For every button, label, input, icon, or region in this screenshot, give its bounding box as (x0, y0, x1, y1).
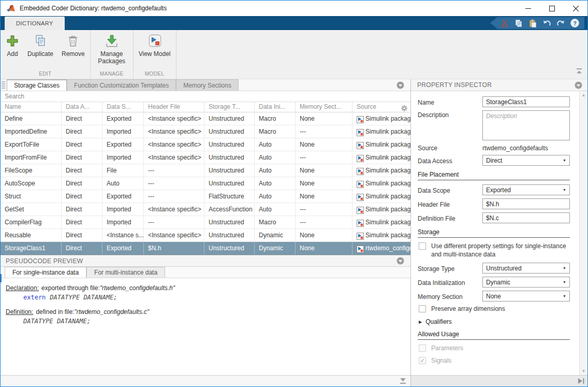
header-file-field[interactable] (482, 198, 570, 209)
cell-storage-type: AccessFunction (204, 203, 255, 216)
cell-storage-type: Unstructured (204, 138, 255, 151)
table-row[interactable]: Struct Direct Exported --- FlatStructure… (1, 190, 410, 203)
data-initialization-dropdown[interactable]: Dynamic ▼ (482, 277, 570, 288)
column-header-name[interactable]: Name (1, 102, 62, 112)
view-model-button[interactable]: View Model (139, 33, 171, 58)
cell-memory-section: --- (296, 125, 352, 138)
paste-icon[interactable] (528, 19, 537, 28)
cell-memory-section: None (296, 112, 352, 125)
table-row[interactable]: StorageClass1 Direct Exported $N.h Unstr… (1, 242, 410, 255)
parameters-checkbox (419, 345, 426, 352)
cell-data-access: Direct (62, 151, 102, 164)
simulink-model-icon (357, 232, 364, 239)
column-settings-gear-icon[interactable] (401, 104, 407, 113)
definition-code: DATATYPE DATANAME; (6, 318, 410, 325)
definition-file-label: Definition File (418, 214, 482, 222)
cell-source: Simulink package (352, 112, 410, 125)
table-row[interactable]: Define Direct Exported <Instance specifi… (1, 112, 410, 125)
tab-memory-sections[interactable]: Memory Sections (176, 79, 239, 91)
data-access-dropdown[interactable]: Direct ▼ (482, 155, 570, 166)
table-row[interactable]: GetSet Direct Imported <Instance specifi… (1, 203, 410, 216)
cell-data-access: Direct (62, 190, 102, 203)
scroll-down-icon[interactable]: ▼ (582, 369, 586, 374)
preserve-array-dimensions-label: Preserve array dimensions (431, 305, 505, 313)
remove-icon (67, 33, 79, 49)
drag-grip-icon[interactable] (1, 81, 6, 89)
collapse-inspector-icon[interactable] (575, 81, 582, 89)
cell-data-scope: Exported (102, 242, 144, 254)
definition-file-field[interactable] (482, 212, 570, 223)
column-header-data-access[interactable]: Data A... (62, 102, 102, 112)
cell-name: Define (1, 112, 62, 125)
simulink-model-icon (357, 115, 364, 122)
table-row[interactable]: ExportToFile Direct Exported <Instance s… (1, 138, 410, 151)
cell-data-init: Macro (255, 112, 296, 125)
redo-icon[interactable] (556, 19, 565, 28)
focus-accent (1, 274, 2, 282)
table-row[interactable]: AutoScope Direct Auto --- Unstructured A… (1, 177, 410, 190)
preserve-array-dimensions-checkbox[interactable] (419, 305, 426, 312)
column-header-memory-section[interactable]: Memory Sect... (296, 102, 352, 112)
add-button[interactable]: Add (6, 33, 19, 58)
help-icon[interactable]: ? (570, 19, 579, 28)
scroll-up-icon[interactable]: ▲ (582, 93, 586, 97)
qualifiers-expander[interactable]: ▶ Qualifiers (419, 318, 570, 325)
cut-icon[interactable] (500, 19, 509, 28)
quick-access-toolbar: ? (490, 17, 584, 29)
tab-storage-classes[interactable]: Storage Classes (7, 79, 67, 91)
minimize-button[interactable] (516, 1, 540, 16)
storage-type-dropdown[interactable]: Unstructured ▼ (482, 263, 570, 274)
cell-data-scope: Auto (102, 177, 144, 190)
svg-text:?: ? (573, 20, 577, 26)
table-row[interactable]: Reusable Direct <Instance s... <Instance… (1, 229, 410, 242)
main-area: Storage Classes Function Customization T… (1, 79, 587, 386)
column-header-data-scope[interactable]: Data S... (102, 102, 144, 112)
tab-multi-instance-data[interactable]: For multi-instance data (86, 267, 165, 278)
copy-icon[interactable] (514, 19, 523, 28)
cell-data-scope: Imported (102, 125, 144, 138)
data-scope-dropdown[interactable]: Exported ▼ (482, 184, 570, 195)
signals-checkbox-label: Signals (431, 356, 451, 365)
cell-storage-type: Unstructured (204, 216, 255, 228)
cell-data-scope: Exported (102, 190, 144, 203)
collapse-bottom-icon[interactable] (400, 377, 406, 386)
memory-section-dropdown[interactable]: None ▼ (482, 291, 570, 302)
single-multi-checkbox[interactable] (419, 242, 426, 250)
name-field[interactable] (482, 96, 570, 107)
cell-source: rtwdemo_configdefaults (352, 242, 410, 254)
cell-data-init: Auto (255, 164, 296, 177)
remove-button[interactable]: Remove (62, 33, 85, 58)
cell-name: GetSet (1, 203, 62, 216)
maximize-button[interactable] (540, 1, 564, 16)
table-row[interactable]: CompilerFlag Direct Imported --- Unstruc… (1, 216, 410, 229)
tab-single-instance-data[interactable]: For single-instance data (5, 267, 86, 278)
column-header-data-init[interactable]: Data Ini... (255, 102, 296, 112)
tab-dictionary[interactable]: DICTIONARY (5, 17, 65, 30)
collapse-pseudocode-icon[interactable] (396, 257, 404, 265)
cell-storage-type: Unstructured (204, 242, 255, 254)
column-header-storage-type[interactable]: Storage T... (204, 102, 255, 112)
table-row[interactable]: ImportFromFile Direct Imported <Instance… (1, 151, 410, 164)
expand-right-icon[interactable] (578, 377, 584, 386)
cell-data-scope: Exported (102, 138, 144, 151)
table-row[interactable]: FileScope Direct File --- Unstructured A… (1, 164, 410, 177)
cell-data-init: Dynamic (255, 229, 296, 241)
undo-icon[interactable] (542, 19, 551, 28)
cell-storage-type: Unstructured (204, 151, 255, 164)
declaration-text: exported through file: (41, 284, 100, 292)
collapse-panel-icon[interactable] (396, 81, 404, 89)
description-field[interactable] (482, 110, 570, 140)
table-row[interactable]: ImportedDefine Direct Imported <Instance… (1, 125, 410, 138)
manage-packages-button[interactable]: Manage Packages (96, 33, 128, 65)
collapse-ribbon-icon[interactable] (576, 66, 582, 76)
cell-source: Simulink package (352, 216, 410, 228)
cell-source: Simulink package (352, 138, 410, 151)
tab-function-customization-templates[interactable]: Function Customization Templates (67, 79, 176, 91)
column-header-header-file[interactable]: Header File (144, 102, 204, 112)
group-label-model: MODEL (139, 69, 171, 79)
close-button[interactable] (564, 1, 587, 16)
inspector-scrollbar[interactable]: ▲ ▼ (579, 91, 587, 375)
duplicate-button[interactable]: Duplicate (27, 33, 53, 58)
simulink-model-icon (357, 219, 364, 226)
search-input[interactable] (1, 91, 410, 102)
